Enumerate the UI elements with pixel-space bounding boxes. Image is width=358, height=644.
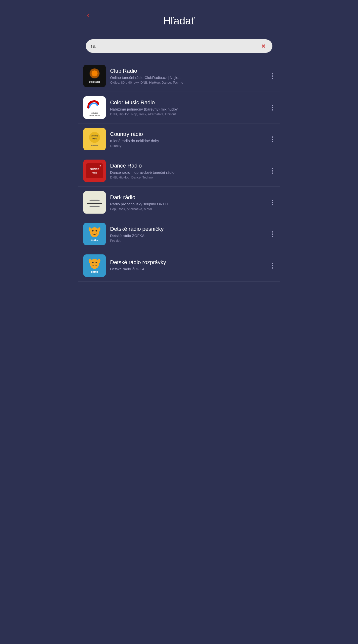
radio-list: ClubRadio Club Radio Online taneční rádi… [78,60,280,282]
list-item[interactable]: žofka Detské rádio rozprávky Detské rádi… [78,250,280,282]
radio-name: Dark rádio [110,194,270,201]
header: ‹ Hľadať [78,0,280,34]
radio-name: Detské rádio rozprávky [110,259,270,266]
radio-description: Dance radio – opravdové taneční rádio [110,170,270,174]
more-options-button[interactable] [270,230,275,238]
svg-point-35 [95,262,97,263]
more-options-button[interactable] [270,104,275,112]
radio-info: Club Radio Online taneční rádio ClubRadi… [110,68,270,84]
svg-point-28 [95,230,97,232]
list-item[interactable]: žofka Detské rádio pesničky Detské rádio… [78,218,280,250]
list-item[interactable]: COLOR MUSIC RADIO Color Music Radio Nabí… [78,92,280,124]
radio-logo: ClubRadio [83,65,106,87]
more-options-button[interactable] [270,167,275,175]
svg-text:RADIO: RADIO [91,138,97,140]
radio-name: Club Radio [110,68,270,74]
more-dots-icon [272,263,273,268]
radio-name: Color Music Radio [110,99,270,106]
more-dots-icon [272,73,273,79]
svg-text:radio: radio [91,172,97,174]
svg-text:Dance: Dance [89,167,99,171]
list-item[interactable]: Country RADIO Country Country rádio Klid… [78,124,280,155]
radio-description: Detské rádio ŽOFKA [110,267,270,271]
more-options-button[interactable] [270,262,275,270]
svg-point-34 [92,262,93,263]
svg-text:ClubRadio: ClubRadio [89,81,100,83]
more-dots-icon [272,231,273,237]
radio-info: Dark rádio Rádio pro fanoušky skupiny OR… [110,194,270,211]
radio-description: Klidné rádio do neklidné doby [110,139,270,143]
more-dots-icon [272,200,273,205]
back-button[interactable]: ‹ [86,10,90,20]
radio-tags: DNB, HipHop, Dance, Techno [110,176,270,179]
more-dots-icon [272,168,273,174]
more-dots-icon [272,105,273,110]
radio-description: Rádio pro fanoušky skupiny ORTEL [110,202,270,206]
list-item[interactable]: ClubRadio Club Radio Online taneční rádi… [78,60,280,92]
radio-info: Dance Radio Dance radio – opravdové tane… [110,162,270,179]
svg-text:žofka: žofka [90,270,98,273]
svg-point-8 [89,132,100,143]
radio-tags: DNB, HipHop, Pop, Rock, Alternatíva, Chi… [110,112,270,116]
radio-tags: Oldies, 80 a 90 roky, DNB, HipHop, Dance… [110,81,270,84]
svg-point-2 [91,70,97,76]
radio-description: Nabízíme jedinečný (barevný) mix hudby,.… [110,107,270,111]
search-input[interactable] [91,43,260,49]
radio-name: Dance Radio [110,162,270,169]
clear-button[interactable] [260,43,268,49]
svg-text:Country: Country [90,135,98,137]
radio-logo: žofka [83,254,106,277]
radio-tags: Pre deti [110,239,270,242]
radio-description: Online taneční rádio ClubRadio.cz | Nejl… [110,76,270,80]
radio-info: Color Music Radio Nabízíme jedinečný (ba… [110,99,270,116]
radio-logo: žofka [83,223,106,245]
radio-info: Detské rádio pesničky Detské rádio ŽOFKA… [110,226,270,242]
radio-tags: Pop, Rock, Alternatíva, Metal [110,207,270,211]
radio-name: Country rádio [110,131,270,138]
search-container [78,34,280,60]
svg-point-27 [92,230,93,232]
more-options-button[interactable] [270,198,275,206]
svg-text:COLOR: COLOR [91,112,97,114]
radio-logo [83,191,106,214]
radio-info: Country rádio Klidné rádio do neklidné d… [110,131,270,148]
clear-icon [261,43,266,49]
radio-name: Detské rádio pesničky [110,226,270,232]
radio-info: Detské rádio rozprávky Detské rádio ŽOFK… [110,259,270,272]
svg-text:Country: Country [91,144,98,146]
radio-logo: COLOR MUSIC RADIO [83,96,106,119]
radio-tags: Country [110,144,270,148]
radio-logo: Country RADIO Country [83,128,106,150]
more-options-button[interactable] [270,135,275,144]
radio-description: Detské rádio ŽOFKA [110,234,270,238]
more-options-button[interactable] [270,72,275,80]
radio-logo: Dance radio 2 [83,160,106,182]
list-item[interactable]: Dance radio 2 Dance Radio Dance radio – … [78,155,280,187]
svg-text:MUSIC RADIO: MUSIC RADIO [89,115,99,116]
svg-text:2: 2 [99,165,101,168]
page-title: Hľadať [86,10,272,29]
more-dots-icon [272,136,273,142]
search-wrapper [86,39,272,53]
svg-text:žofka: žofka [90,239,98,242]
list-item[interactable]: Dark rádio Rádio pro fanoušky skupiny OR… [78,187,280,218]
